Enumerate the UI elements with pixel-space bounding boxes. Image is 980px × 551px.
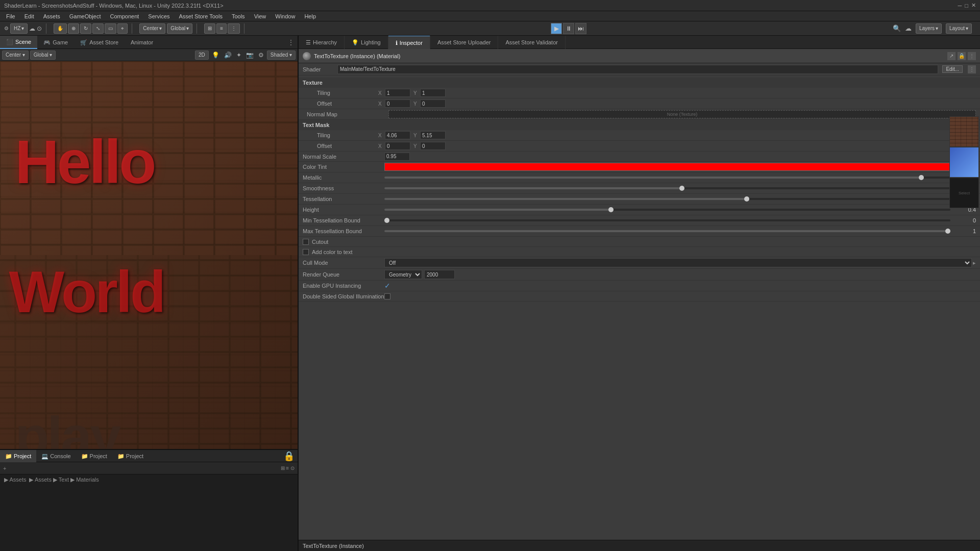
grid-btn[interactable]: ⊞ — [204, 23, 215, 34]
tessellation-slider-area[interactable] — [384, 195, 950, 203]
tab-console[interactable]: 💻 Console — [36, 450, 76, 462]
render-mode-btn[interactable]: Shaded ▾ — [267, 51, 296, 60]
center-btn[interactable]: Center ▾ — [139, 23, 165, 34]
tab-scene[interactable]: ⬛ Scene — [0, 36, 37, 49]
blue-texture-thumb[interactable] — [949, 147, 979, 178]
search-icon[interactable]: 🔍 — [893, 24, 901, 32]
menu-assetstoretools[interactable]: Asset Store Tools — [175, 11, 227, 21]
play-button[interactable]: ▶ — [551, 23, 562, 34]
lock-bottom-icon[interactable]: 🔒 — [280, 450, 298, 462]
text-mask-section-header[interactable]: Text Mask — [299, 120, 980, 130]
max-tess-slider-area[interactable] — [384, 227, 950, 235]
close-btn[interactable]: ✕ — [971, 2, 976, 9]
tab-inspector[interactable]: ℹ Inspector — [388, 36, 430, 49]
tab-project3[interactable]: 📁 Project — [112, 450, 149, 462]
cutout-label[interactable]: Cutout — [312, 239, 328, 245]
hand-tool-btn[interactable]: ✋ — [54, 23, 67, 34]
add-color-label[interactable]: Add color to text — [312, 249, 353, 255]
light-icon[interactable]: 💡 — [210, 52, 221, 59]
transform-tool-btn[interactable]: ⌖ — [117, 23, 128, 34]
global-btn[interactable]: Global ▾ — [167, 23, 192, 34]
texture-section-header[interactable]: Texture — [299, 78, 980, 88]
grid-more-btn[interactable]: ⋮ — [228, 23, 240, 34]
tab-lighting[interactable]: 💡 Lighting — [345, 36, 388, 49]
offset-x-input[interactable] — [385, 99, 410, 108]
menu-window[interactable]: Window — [271, 11, 299, 21]
brick-texture-thumb[interactable] — [949, 116, 979, 147]
hz-btn[interactable]: HZ ▾ — [10, 23, 28, 34]
offset-y-input[interactable] — [420, 99, 446, 108]
rect-tool-btn[interactable]: ▭ — [105, 23, 116, 34]
metallic-slider-area[interactable] — [384, 173, 950, 182]
global-scene-btn[interactable]: Global ▾ — [30, 51, 56, 60]
menu-view[interactable]: View — [250, 11, 271, 21]
tessellation-thumb[interactable] — [744, 196, 749, 202]
min-tess-slider-area[interactable] — [384, 216, 950, 224]
double-sided-checkbox[interactable] — [384, 293, 390, 299]
tab-animator[interactable]: Animator — [125, 36, 159, 49]
menu-assets[interactable]: Assets — [39, 11, 64, 21]
cull-mode-select[interactable]: Off Front Back — [384, 258, 972, 267]
grid-snap-btn[interactable]: ≡ — [216, 23, 227, 34]
render-queue-num-input[interactable] — [424, 270, 455, 279]
scene-options-icon[interactable]: ⋮ — [284, 38, 298, 46]
cutout-checkbox[interactable] — [303, 239, 309, 245]
menu-component[interactable]: Component — [106, 11, 143, 21]
inspector-more-btn[interactable]: ⋮ — [968, 52, 976, 60]
scene-view[interactable]: Hello World play — [0, 61, 298, 449]
menu-services[interactable]: Services — [144, 11, 174, 21]
tab-asset-store-uploader[interactable]: Asset Store Uploader — [430, 36, 499, 49]
rotate-tool-btn[interactable]: ↻ — [80, 23, 91, 34]
color-tint-swatch[interactable] — [384, 163, 970, 171]
add-bottom-btn[interactable]: + — [3, 465, 6, 471]
render-queue-type-select[interactable]: Geometry — [384, 270, 422, 279]
move-tool-btn[interactable]: ⊕ — [68, 23, 79, 34]
cloud-icon[interactable]: ☁ — [29, 25, 35, 32]
step-button[interactable]: ⏭ — [575, 23, 586, 34]
fx-icon[interactable]: ✦ — [235, 52, 243, 59]
height-slider-area[interactable] — [384, 206, 950, 214]
tab-hierarchy[interactable]: ☰ Hierarchy — [299, 36, 345, 49]
tab-game[interactable]: 🎮 Game — [37, 36, 74, 49]
scale-tool-btn[interactable]: ⤡ — [92, 23, 104, 34]
center-scene-btn[interactable]: Center ▾ — [2, 51, 29, 60]
tiling-y-input[interactable] — [420, 89, 446, 97]
menu-edit[interactable]: Edit — [20, 11, 38, 21]
2d-btn[interactable]: 2D — [195, 51, 209, 60]
text-mask-offset-x-input[interactable] — [385, 142, 410, 150]
tab-asset-store[interactable]: 🛒 Asset Store — [74, 36, 125, 49]
text-mask-tiling-y-input[interactable] — [420, 131, 446, 139]
maximize-btn[interactable]: □ — [965, 3, 968, 9]
layout-btn[interactable]: Layout ▾ — [946, 23, 972, 34]
metallic-thumb[interactable] — [919, 175, 924, 180]
inspector-lock-btn[interactable]: 🔒 — [958, 52, 966, 60]
minimize-btn[interactable]: ─ — [958, 3, 962, 9]
account-icon[interactable]: ☁ — [905, 24, 912, 32]
tab-asset-store-validator[interactable]: Asset Store Validator — [498, 36, 566, 49]
settings-icon[interactable]: ⊙ — [37, 25, 42, 32]
camera-icon[interactable]: 📷 — [244, 52, 255, 59]
layers-btn[interactable]: Layers ▾ — [916, 23, 942, 34]
add-color-checkbox[interactable] — [303, 249, 309, 255]
tab-project1[interactable]: 📁 Project — [0, 450, 36, 462]
min-tess-thumb[interactable] — [384, 218, 389, 223]
dark-texture-thumb[interactable]: Select — [949, 178, 979, 208]
gizmo-icon[interactable]: ⚙ — [257, 52, 265, 59]
height-thumb[interactable] — [608, 207, 614, 212]
tab-project2[interactable]: 📁 Project — [76, 450, 112, 462]
pause-button[interactable]: ⏸ — [563, 23, 574, 34]
smoothness-thumb[interactable] — [679, 186, 684, 191]
smoothness-slider-area[interactable] — [384, 184, 950, 192]
max-tess-thumb[interactable] — [945, 229, 950, 234]
audio-icon[interactable]: 🔊 — [223, 52, 233, 59]
text-mask-offset-y-input[interactable] — [420, 142, 446, 150]
menu-file[interactable]: File — [2, 11, 19, 21]
menu-gameobject[interactable]: GameObject — [65, 11, 105, 21]
normal-scale-input[interactable] — [384, 153, 410, 161]
shader-options-btn[interactable]: ⋮ — [968, 65, 976, 73]
shader-value-input[interactable] — [337, 65, 938, 74]
menu-tools[interactable]: Tools — [228, 11, 249, 21]
tiling-x-input[interactable] — [385, 89, 410, 97]
shader-edit-btn[interactable]: Edit... — [942, 65, 963, 73]
text-mask-tiling-x-input[interactable] — [385, 131, 410, 139]
